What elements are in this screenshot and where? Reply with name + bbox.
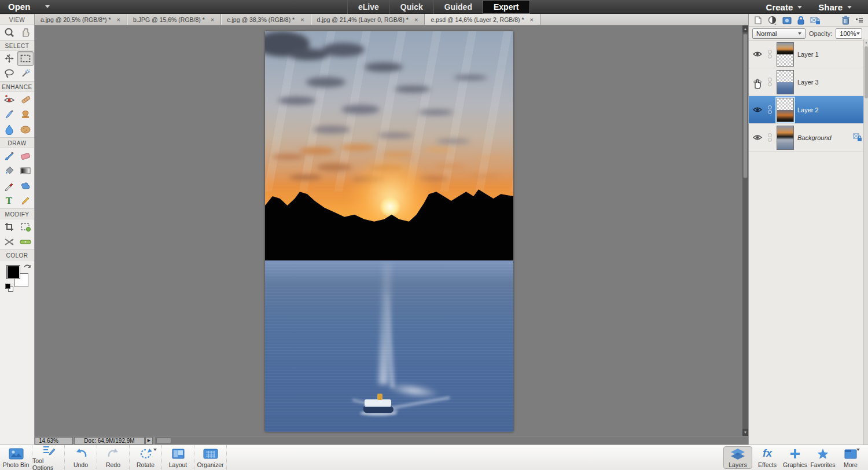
layout-button[interactable]: Layout [162, 445, 194, 470]
zoom-level-field[interactable]: 14.63% [35, 437, 73, 445]
red-eye-removal-tool-icon[interactable] [1, 92, 17, 107]
swap-colors-icon[interactable] [23, 263, 31, 271]
visibility-eye-icon[interactable] [753, 134, 762, 141]
layer-row-background[interactable]: Background [749, 124, 868, 152]
scroll-up-icon[interactable]: ▲ [864, 39, 868, 45]
tab-expert[interactable]: Expert [483, 0, 530, 14]
scroll-down-icon[interactable]: ▼ [742, 429, 748, 436]
gradient-tool-icon[interactable] [17, 163, 34, 178]
delete-layer-trash-icon[interactable] [841, 15, 850, 25]
spot-healing-brush-tool-icon[interactable] [17, 92, 34, 107]
doc-tab-b[interactable]: b.JPG @ 15,6% (RGB/8) *× [127, 14, 221, 25]
graphics-button[interactable]: Graphics [781, 445, 809, 470]
eyedropper-tool-icon[interactable] [1, 178, 17, 193]
blur-tool-icon[interactable] [1, 122, 17, 137]
link-layer-icon[interactable] [766, 133, 773, 142]
layer-row-layer2-selected[interactable]: Layer 2 [749, 96, 868, 124]
photo-bin-button[interactable]: Photo Bin [0, 445, 32, 470]
panel-menu-icon[interactable] [855, 16, 863, 24]
open-dropdown-icon[interactable] [45, 5, 50, 8]
layer-thumbnail[interactable] [777, 42, 794, 67]
clone-stamp-tool-icon[interactable] [17, 107, 34, 122]
more-button[interactable]: More [837, 445, 865, 470]
visibility-eye-icon[interactable] [753, 51, 762, 57]
vscroll-thumb[interactable] [743, 34, 748, 178]
layer-thumbnail[interactable] [777, 70, 794, 94]
lasso-tool-icon[interactable] [1, 66, 17, 81]
share-menu[interactable]: Share [812, 2, 858, 12]
organizer-button[interactable]: Organizer [194, 445, 227, 470]
undo-button[interactable]: Undo [65, 445, 97, 470]
layers-button[interactable]: Layers [723, 446, 752, 469]
close-icon[interactable]: × [209, 16, 215, 23]
zoom-tool-icon[interactable] [1, 25, 17, 40]
panel-scroll-thumb[interactable] [865, 46, 868, 98]
favorites-button[interactable]: Favorites [809, 445, 837, 470]
add-layer-mask-icon[interactable] [782, 16, 792, 25]
layer-thumbnail[interactable] [777, 98, 794, 122]
layers-panel-scrollbar[interactable]: ▲ [863, 39, 868, 445]
canvas-horizontal-scrollbar[interactable] [155, 437, 748, 445]
paint-bucket-tool-icon[interactable] [1, 163, 17, 178]
default-colors-icon-black[interactable] [5, 284, 10, 289]
rotate-button[interactable]: Rotate [130, 445, 162, 470]
straighten-tool-icon[interactable] [17, 234, 34, 249]
quick-selection-tool-icon[interactable] [17, 66, 34, 81]
new-layer-icon[interactable] [753, 16, 763, 25]
redo-button[interactable]: Redo [97, 445, 130, 470]
smart-brush-tool-icon[interactable] [1, 107, 17, 122]
layer-row-layer1[interactable]: Layer 1 [749, 41, 868, 68]
hscroll-thumb[interactable] [156, 438, 171, 444]
layer-name[interactable]: Background [797, 134, 849, 141]
link-layer-icon[interactable] [766, 105, 773, 114]
canvas-area[interactable] [35, 25, 742, 436]
move-tool-icon[interactable] [1, 51, 17, 66]
doc-info-menu-icon[interactable]: ▶ [145, 437, 153, 445]
rectangular-marquee-tool-icon[interactable] [17, 51, 34, 66]
effects-button[interactable]: fx Effects [753, 445, 781, 470]
layer-name[interactable]: Layer 2 [797, 107, 865, 113]
open-menu[interactable]: Open [8, 2, 30, 12]
doc-tab-e-active[interactable]: e.psd @ 14,6% (Layer 2, RGB/8) *× [425, 14, 540, 25]
eraser-tool-icon[interactable] [17, 148, 34, 163]
layer-thumbnail[interactable] [777, 126, 794, 150]
brush-tool-icon[interactable] [1, 148, 17, 163]
content-aware-move-tool-icon[interactable] [1, 234, 17, 249]
new-adjustment-layer-icon[interactable] [768, 16, 777, 25]
layer-name[interactable]: Layer 3 [797, 79, 865, 86]
recompose-tool-icon[interactable] [17, 219, 34, 234]
sponge-tool-icon[interactable] [17, 122, 34, 137]
link-layer-icon[interactable] [766, 78, 773, 86]
tab-quick[interactable]: Quick [389, 0, 433, 14]
type-tool-icon[interactable]: T [1, 193, 17, 208]
visibility-eye-icon[interactable] [753, 107, 762, 113]
scroll-up-icon[interactable]: ▲ [742, 25, 748, 32]
hand-tool-icon[interactable] [17, 25, 34, 40]
blend-mode-select[interactable]: Normal [752, 28, 806, 39]
canvas-vertical-scrollbar[interactable]: ▲ ▼ [742, 25, 748, 436]
tab-guided[interactable]: Guided [433, 0, 483, 14]
lock-all-icon[interactable] [797, 16, 805, 25]
custom-shape-tool-icon[interactable] [17, 178, 34, 193]
pencil-tool-icon[interactable] [17, 193, 34, 208]
rotate-dropdown-icon[interactable] [153, 449, 157, 451]
foreground-color-swatch[interactable] [6, 265, 20, 279]
create-menu[interactable]: Create [760, 2, 808, 12]
lock-transparent-icon[interactable] [810, 16, 821, 25]
link-layer-icon[interactable] [766, 50, 773, 58]
close-icon[interactable]: × [529, 16, 535, 23]
tab-elive[interactable]: eLive [347, 0, 389, 14]
crop-tool-icon[interactable] [1, 219, 17, 234]
layer-row-layer3[interactable]: Layer 3 [749, 68, 868, 96]
more-dropdown-icon[interactable] [856, 449, 860, 451]
close-icon[interactable]: × [299, 16, 305, 23]
layer-name[interactable]: Layer 1 [797, 51, 865, 58]
doc-tab-c[interactable]: c.jpg @ 38,3% (RGB/8) *× [221, 14, 311, 25]
doc-tab-d[interactable]: d.jpg @ 21,4% (Layer 0, RGB/8) *× [311, 14, 425, 25]
doc-tab-a[interactable]: a.jpg @ 20,5% (RGB/8*) *× [35, 14, 127, 25]
document-image[interactable] [265, 31, 513, 432]
opacity-field[interactable]: 100% [836, 28, 862, 39]
close-icon[interactable]: × [116, 16, 122, 23]
tool-options-button[interactable]: Tool Options [32, 445, 65, 470]
close-icon[interactable]: × [413, 16, 419, 23]
